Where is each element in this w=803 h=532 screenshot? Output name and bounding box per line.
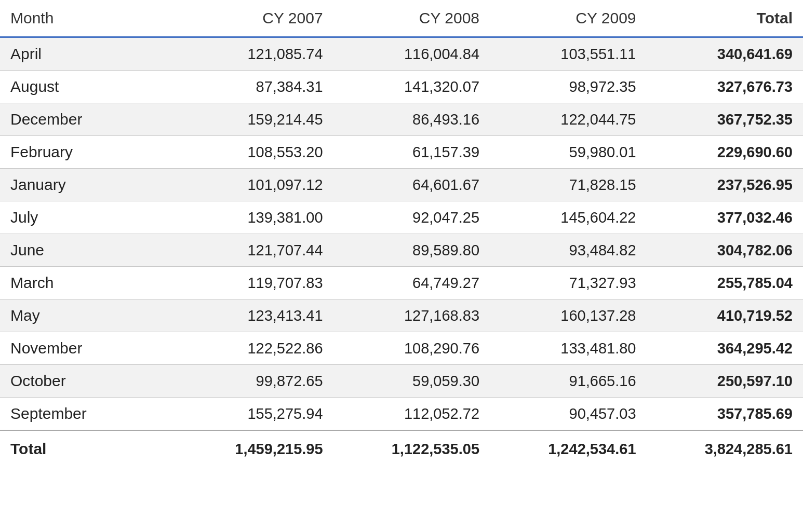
cell-cy2008: 86,493.16 xyxy=(333,103,490,136)
cell-cy2008: 141,320.07 xyxy=(333,71,490,103)
cell-total: 377,032.46 xyxy=(647,201,803,234)
footer-cy2009: 1,242,534.61 xyxy=(490,430,646,467)
table-header-row: Month CY 2007 CY 2008 CY 2009 Total xyxy=(0,0,803,37)
table-row: January101,097.1264,601.6771,828.15237,5… xyxy=(0,169,803,201)
cell-cy2008: 116,004.84 xyxy=(333,37,490,71)
cell-cy2009: 133,481.80 xyxy=(490,332,646,365)
table-row: October99,872.6559,059.3091,665.16250,59… xyxy=(0,365,803,398)
cell-total: 250,597.10 xyxy=(647,365,803,398)
table-footer-row: Total 1,459,215.95 1,122,535.05 1,242,53… xyxy=(0,430,803,467)
table-row: May123,413.41127,168.83160,137.28410,719… xyxy=(0,299,803,332)
cell-total: 304,782.06 xyxy=(647,234,803,267)
table-row: July139,381.0092,047.25145,604.22377,032… xyxy=(0,201,803,234)
cell-cy2007: 121,707.44 xyxy=(177,234,333,267)
cell-month: May xyxy=(0,299,177,332)
cell-cy2007: 119,707.83 xyxy=(177,267,333,299)
cell-total: 237,526.95 xyxy=(647,169,803,201)
table-row: April121,085.74116,004.84103,551.11340,6… xyxy=(0,37,803,71)
cell-cy2007: 108,553.20 xyxy=(177,136,333,169)
header-month: Month xyxy=(0,0,177,37)
header-cy2009: CY 2009 xyxy=(490,0,646,37)
cell-cy2008: 108,290.76 xyxy=(333,332,490,365)
cell-month: January xyxy=(0,169,177,201)
cell-cy2008: 64,749.27 xyxy=(333,267,490,299)
cell-cy2008: 92,047.25 xyxy=(333,201,490,234)
cell-cy2009: 93,484.82 xyxy=(490,234,646,267)
cell-month: April xyxy=(0,37,177,71)
cell-cy2008: 127,168.83 xyxy=(333,299,490,332)
cell-cy2008: 59,059.30 xyxy=(333,365,490,398)
data-table: Month CY 2007 CY 2008 CY 2009 Total Apri… xyxy=(0,0,803,467)
cell-cy2008: 61,157.39 xyxy=(333,136,490,169)
cell-cy2008: 89,589.80 xyxy=(333,234,490,267)
cell-cy2008: 112,052.72 xyxy=(333,398,490,431)
footer-cy2007: 1,459,215.95 xyxy=(177,430,333,467)
cell-cy2009: 122,044.75 xyxy=(490,103,646,136)
cell-total: 255,785.04 xyxy=(647,267,803,299)
footer-month: Total xyxy=(0,430,177,467)
cell-month: December xyxy=(0,103,177,136)
cell-total: 410,719.52 xyxy=(647,299,803,332)
cell-cy2009: 59,980.01 xyxy=(490,136,646,169)
cell-total: 229,690.60 xyxy=(647,136,803,169)
cell-month: March xyxy=(0,267,177,299)
cell-month: July xyxy=(0,201,177,234)
table-row: June121,707.4489,589.8093,484.82304,782.… xyxy=(0,234,803,267)
cell-cy2009: 145,604.22 xyxy=(490,201,646,234)
table-row: November122,522.86108,290.76133,481.8036… xyxy=(0,332,803,365)
cell-total: 340,641.69 xyxy=(647,37,803,71)
report-table-container: Month CY 2007 CY 2008 CY 2009 Total Apri… xyxy=(0,0,803,467)
cell-cy2007: 159,214.45 xyxy=(177,103,333,136)
cell-month: February xyxy=(0,136,177,169)
cell-total: 364,295.42 xyxy=(647,332,803,365)
cell-cy2009: 71,828.15 xyxy=(490,169,646,201)
cell-cy2007: 122,522.86 xyxy=(177,332,333,365)
cell-cy2007: 139,381.00 xyxy=(177,201,333,234)
header-cy2007: CY 2007 xyxy=(177,0,333,37)
cell-cy2009: 98,972.35 xyxy=(490,71,646,103)
cell-total: 327,676.73 xyxy=(647,71,803,103)
cell-cy2008: 64,601.67 xyxy=(333,169,490,201)
cell-month: August xyxy=(0,71,177,103)
cell-cy2009: 160,137.28 xyxy=(490,299,646,332)
cell-month: September xyxy=(0,398,177,431)
cell-cy2009: 71,327.93 xyxy=(490,267,646,299)
cell-cy2007: 101,097.12 xyxy=(177,169,333,201)
table-row: February108,553.2061,157.3959,980.01229,… xyxy=(0,136,803,169)
table-row: December159,214.4586,493.16122,044.75367… xyxy=(0,103,803,136)
cell-cy2009: 90,457.03 xyxy=(490,398,646,431)
cell-month: November xyxy=(0,332,177,365)
header-cy2008: CY 2008 xyxy=(333,0,490,37)
cell-month: October xyxy=(0,365,177,398)
cell-cy2007: 87,384.31 xyxy=(177,71,333,103)
header-total: Total xyxy=(647,0,803,37)
table-row: August87,384.31141,320.0798,972.35327,67… xyxy=(0,71,803,103)
cell-cy2007: 155,275.94 xyxy=(177,398,333,431)
cell-cy2009: 103,551.11 xyxy=(490,37,646,71)
table-row: March119,707.8364,749.2771,327.93255,785… xyxy=(0,267,803,299)
cell-total: 357,785.69 xyxy=(647,398,803,431)
cell-cy2009: 91,665.16 xyxy=(490,365,646,398)
cell-cy2007: 123,413.41 xyxy=(177,299,333,332)
cell-month: June xyxy=(0,234,177,267)
footer-total: 3,824,285.61 xyxy=(647,430,803,467)
cell-cy2007: 99,872.65 xyxy=(177,365,333,398)
cell-total: 367,752.35 xyxy=(647,103,803,136)
footer-cy2008: 1,122,535.05 xyxy=(333,430,490,467)
table-row: September155,275.94112,052.7290,457.0335… xyxy=(0,398,803,431)
cell-cy2007: 121,085.74 xyxy=(177,37,333,71)
